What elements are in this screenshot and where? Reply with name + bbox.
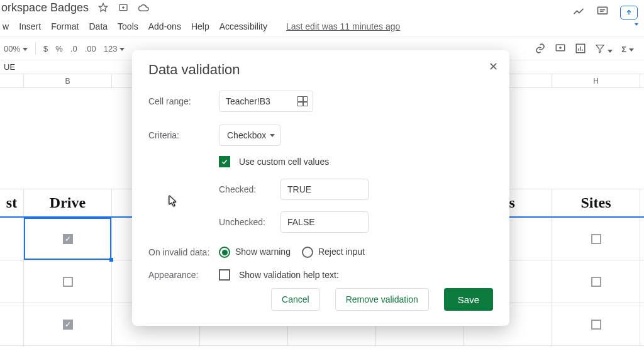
decrease-decimals-btn[interactable]: .0 xyxy=(70,44,77,53)
svg-marker-11 xyxy=(596,45,604,52)
show-help-checkbox[interactable] xyxy=(219,269,230,281)
currency-btn[interactable]: $ xyxy=(43,44,48,53)
save-button[interactable]: Save xyxy=(444,288,493,311)
col-hdr-h[interactable]: H xyxy=(552,74,640,87)
menu-item[interactable]: Data xyxy=(89,21,108,31)
cell-range-label: Cell range: xyxy=(148,96,219,106)
increase-decimals-btn[interactable]: .00 xyxy=(85,44,96,53)
checked-input[interactable]: TRUE xyxy=(280,179,369,200)
last-edit-link[interactable]: Last edit was 11 minutes ago xyxy=(286,21,400,31)
col-hdr-b[interactable]: B xyxy=(24,74,112,87)
filter-icon[interactable] xyxy=(595,43,613,55)
checkbox-unchecked-icon[interactable] xyxy=(591,320,601,330)
star-icon[interactable] xyxy=(97,2,109,13)
show-help-label: Show validation help text: xyxy=(239,270,339,280)
close-icon[interactable]: ✕ xyxy=(486,59,501,74)
menu-item[interactable]: Add-ons xyxy=(148,21,181,31)
menu-item[interactable]: Insert xyxy=(19,21,41,31)
cancel-button[interactable]: Cancel xyxy=(271,288,320,311)
show-warning-radio[interactable] xyxy=(219,247,230,258)
use-custom-checkbox[interactable] xyxy=(219,156,230,167)
checked-label: Checked: xyxy=(219,184,268,194)
checkbox-checked-icon[interactable]: ✓ xyxy=(63,320,73,330)
svg-rect-2 xyxy=(598,7,608,14)
remove-validation-button[interactable]: Remove validation xyxy=(335,288,429,311)
criteria-label: Criteria: xyxy=(148,130,219,140)
menu-item[interactable]: Tools xyxy=(118,21,138,31)
appearance-label: Appearance: xyxy=(148,270,219,280)
menu-item[interactable]: w xyxy=(3,21,9,31)
menu-item[interactable]: Accessibility xyxy=(219,21,267,31)
svg-marker-0 xyxy=(99,3,107,11)
zoom-select[interactable]: 00% xyxy=(4,44,28,53)
move-icon[interactable] xyxy=(118,2,129,13)
selected-cell[interactable]: ✓ xyxy=(24,218,112,260)
percent-btn[interactable]: % xyxy=(55,44,63,53)
checkbox-unchecked-icon[interactable] xyxy=(63,277,73,287)
dialog-title: Data validation xyxy=(148,62,493,78)
checkbox-unchecked-icon[interactable] xyxy=(591,234,601,244)
data-validation-dialog: Data validation ✕ Cell range: Teacher!B3… xyxy=(132,50,509,326)
use-custom-label: Use custom cell values xyxy=(239,157,329,167)
reject-input-radio[interactable] xyxy=(302,247,313,258)
menu-bar: w Insert Format Data Tools Add-ons Help … xyxy=(0,18,644,35)
unchecked-label: Unchecked: xyxy=(219,217,268,227)
checkbox-checked-icon[interactable]: ✓ xyxy=(63,234,73,244)
number-format-btn[interactable]: 123 xyxy=(104,44,125,53)
menu-item[interactable]: Format xyxy=(51,21,79,31)
chart-icon[interactable] xyxy=(575,43,586,56)
select-range-icon[interactable] xyxy=(297,96,308,106)
doc-title-bar: orkspace Badges xyxy=(0,0,644,15)
criteria-select[interactable]: Checkbox xyxy=(219,125,280,146)
cloud-icon[interactable] xyxy=(138,2,149,13)
unchecked-input[interactable]: FALSE xyxy=(280,211,369,233)
hdr-sites[interactable]: Sites xyxy=(552,189,640,216)
checkbox-unchecked-icon[interactable] xyxy=(591,277,601,287)
on-invalid-label: On invalid data: xyxy=(148,247,219,257)
menu-item[interactable]: Help xyxy=(191,21,209,31)
hdr-drive[interactable]: Drive xyxy=(24,189,112,216)
functions-icon[interactable]: Σ xyxy=(621,45,634,54)
cell-range-input[interactable]: Teacher!B3 xyxy=(219,91,313,112)
link-icon[interactable] xyxy=(535,43,546,56)
comment-insert-icon[interactable] xyxy=(555,43,566,56)
doc-title[interactable]: orkspace Badges xyxy=(1,1,89,14)
